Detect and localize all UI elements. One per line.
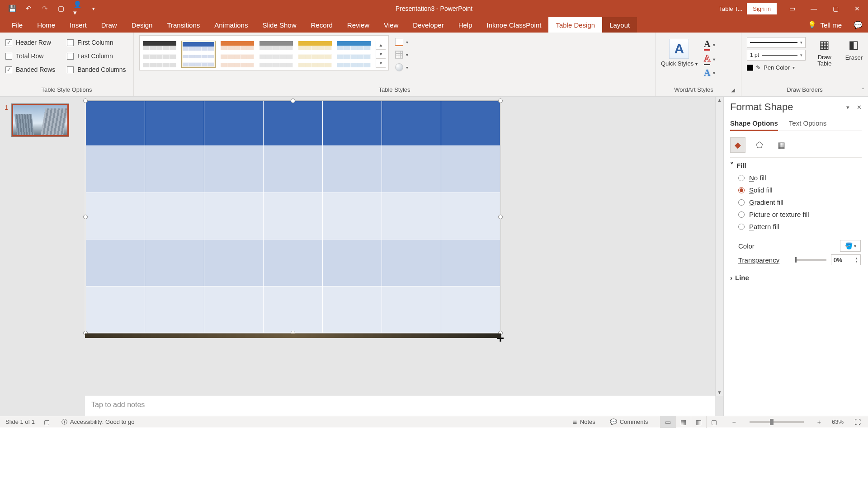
maximize-icon[interactable]: ▢ bbox=[825, 0, 846, 17]
fill-line-icon[interactable]: ◆ bbox=[730, 137, 745, 153]
effects-button[interactable]: ▾ bbox=[395, 63, 408, 71]
effects-icon[interactable]: ⬠ bbox=[752, 137, 767, 153]
slideshow-view-icon[interactable]: ▢ bbox=[706, 416, 722, 428]
selection-handle[interactable] bbox=[83, 215, 88, 219]
tab-file[interactable]: File bbox=[5, 17, 30, 33]
zoom-in-button[interactable]: + bbox=[816, 418, 823, 426]
transparency-slider[interactable] bbox=[795, 259, 826, 261]
pen-style-combo[interactable]: ▾ bbox=[747, 37, 806, 48]
minimize-icon[interactable]: — bbox=[803, 0, 825, 17]
tab-design[interactable]: Design bbox=[124, 17, 160, 33]
fill-color-picker[interactable]: 🪣 ▾ bbox=[840, 240, 861, 252]
start-from-beginning-icon[interactable]: ▢ bbox=[57, 5, 65, 13]
size-properties-icon[interactable]: ▦ bbox=[774, 137, 789, 153]
tab-text-options[interactable]: Text Options bbox=[789, 119, 826, 131]
tab-draw[interactable]: Draw bbox=[94, 17, 124, 33]
table-styles-gallery[interactable]: ▲▼▾ bbox=[139, 35, 389, 70]
close-icon[interactable]: ✕ bbox=[846, 0, 868, 17]
redo-icon[interactable]: ↷ bbox=[41, 5, 49, 13]
fill-section-header[interactable]: ˅Fill bbox=[730, 157, 862, 173]
tab-record[interactable]: Record bbox=[303, 17, 340, 33]
tab-review[interactable]: Review bbox=[340, 17, 377, 33]
tab-insert[interactable]: Insert bbox=[62, 17, 94, 33]
slide-thumbnails-pane[interactable]: 1 bbox=[0, 97, 78, 416]
fill-option-pattern-fill[interactable]: Pattern fill bbox=[738, 223, 862, 230]
tell-me-search[interactable]: 💡Tell me bbox=[802, 17, 848, 33]
tab-help[interactable]: Help bbox=[451, 17, 480, 33]
table-style-thumb[interactable] bbox=[337, 41, 371, 68]
eraser-button[interactable]: ◧ Eraser bbox=[845, 37, 863, 71]
display-settings-icon[interactable]: ▢ bbox=[44, 418, 50, 426]
spinner-up-icon[interactable]: ▲ bbox=[855, 257, 858, 260]
reading-view-icon[interactable]: ▥ bbox=[691, 416, 706, 428]
vertical-scrollbar[interactable]: ▲ ▼ bbox=[715, 97, 723, 396]
tab-home[interactable]: Home bbox=[30, 17, 62, 33]
tab-slide-show[interactable]: Slide Show bbox=[255, 17, 303, 33]
tab-layout[interactable]: Layout bbox=[602, 17, 637, 33]
collapse-ribbon-icon[interactable]: ˄ bbox=[862, 87, 864, 94]
option-last-column[interactable]: Last Column bbox=[67, 52, 126, 60]
table-object[interactable]: + bbox=[85, 100, 501, 333]
option-banded-rows[interactable]: Banded Rows bbox=[5, 66, 55, 73]
undo-icon[interactable]: ↶ bbox=[24, 5, 33, 13]
tab-view[interactable]: View bbox=[377, 17, 406, 33]
pen-color-button[interactable]: ✎ Pen Color ▾ bbox=[747, 64, 806, 71]
table-style-thumb[interactable] bbox=[220, 41, 255, 68]
sign-in-button[interactable]: Sign in bbox=[747, 3, 777, 14]
scroll-up-icon[interactable]: ▲ bbox=[717, 98, 722, 103]
text-outline-button[interactable]: A▾ bbox=[704, 53, 715, 65]
table-style-thumb[interactable] bbox=[181, 41, 216, 68]
slide-thumbnail-1[interactable]: 1 bbox=[5, 104, 73, 136]
borders-button[interactable]: ▾ bbox=[395, 51, 408, 59]
pane-close-icon[interactable]: ✕ bbox=[857, 104, 862, 111]
tab-shape-options[interactable]: Shape Options bbox=[730, 119, 778, 131]
selection-handle[interactable] bbox=[291, 99, 295, 103]
selection-handle[interactable] bbox=[498, 99, 503, 103]
table-style-thumb[interactable] bbox=[142, 41, 177, 68]
pane-options-icon[interactable]: ▾ bbox=[846, 104, 849, 111]
zoom-level[interactable]: 63% bbox=[832, 418, 844, 425]
option-total-row[interactable]: Total Row bbox=[5, 52, 55, 60]
touch-mode-icon[interactable]: 👤▾ bbox=[73, 5, 81, 13]
fill-option-picture-or-texture-fill[interactable]: Picture or texture fill bbox=[738, 211, 862, 218]
accessibility-button[interactable]: ⓘ Accessibility: Good to go bbox=[59, 418, 137, 426]
tab-developer[interactable]: Developer bbox=[406, 17, 451, 33]
tab-animations[interactable]: Animations bbox=[207, 17, 255, 33]
fill-option-no-fill[interactable]: No fill bbox=[738, 174, 862, 182]
zoom-out-button[interactable]: − bbox=[731, 418, 738, 426]
ribbon-display-options-icon[interactable]: ▭ bbox=[781, 0, 803, 17]
notes-pane[interactable]: Tap to add notes bbox=[85, 396, 715, 416]
fill-option-gradient-fill[interactable]: Gradient fill bbox=[738, 198, 862, 206]
share-icon[interactable]: 💬 bbox=[848, 17, 868, 33]
selection-handle[interactable] bbox=[498, 215, 503, 219]
tab-transitions[interactable]: Transitions bbox=[160, 17, 207, 33]
table-style-thumb[interactable] bbox=[298, 41, 332, 68]
tab-table-design[interactable]: Table Design bbox=[548, 17, 602, 33]
option-banded-columns[interactable]: Banded Columns bbox=[67, 66, 126, 73]
option-first-column[interactable]: First Column bbox=[67, 39, 126, 46]
slide-sorter-icon[interactable]: ▦ bbox=[675, 416, 691, 428]
normal-view-icon[interactable]: ▭ bbox=[660, 416, 675, 428]
gallery-more-button[interactable]: ▲▼▾ bbox=[376, 41, 386, 68]
selection-handle[interactable] bbox=[83, 99, 88, 103]
shading-button[interactable]: ▾ bbox=[395, 38, 408, 46]
comments-button[interactable]: 💬Comments bbox=[607, 418, 651, 425]
text-fill-button[interactable]: A▾ bbox=[704, 39, 715, 51]
spinner-down-icon[interactable]: ▼ bbox=[855, 260, 858, 263]
table-style-thumb[interactable] bbox=[259, 41, 293, 68]
transparency-input[interactable]: 0% ▲▼ bbox=[831, 254, 861, 265]
draw-table-button[interactable]: ▦ Draw Table bbox=[812, 37, 837, 71]
quick-styles-button[interactable]: A bbox=[669, 39, 689, 59]
fill-option-solid-fill[interactable]: Solid fill bbox=[738, 186, 862, 194]
editing-canvas[interactable]: + ▲ ▼ Tap to add notes bbox=[78, 97, 723, 416]
scroll-down-icon[interactable]: ▼ bbox=[717, 390, 722, 395]
qat-customize-icon[interactable]: ▾ bbox=[90, 5, 98, 13]
option-header-row[interactable]: Header Row bbox=[5, 39, 55, 46]
line-section-header[interactable]: ›Line bbox=[730, 270, 862, 285]
tab-inknoe-classpoint[interactable]: Inknoe ClassPoint bbox=[480, 17, 549, 33]
pen-weight-combo[interactable]: 1 pt▾ bbox=[747, 50, 806, 61]
fit-to-window-icon[interactable]: ⛶ bbox=[853, 418, 863, 426]
text-effects-button[interactable]: A▾ bbox=[704, 68, 715, 78]
save-icon[interactable]: 💾 bbox=[8, 5, 16, 13]
zoom-slider[interactable] bbox=[750, 421, 804, 423]
